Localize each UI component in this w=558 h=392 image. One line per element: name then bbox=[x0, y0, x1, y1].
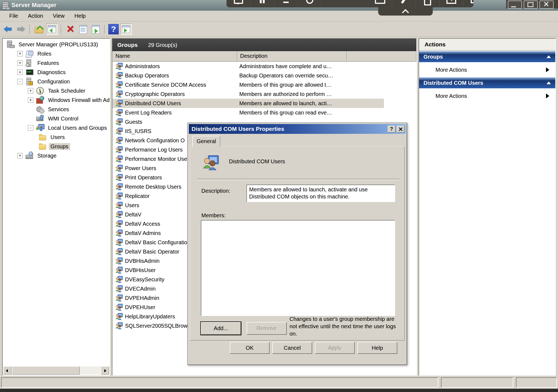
toolbar-separator[interactable] bbox=[104, 25, 105, 34]
minimize-icon[interactable] bbox=[274, 0, 298, 7]
tree-expander-icon[interactable]: - bbox=[17, 79, 23, 84]
column-header-description[interactable]: Description bbox=[237, 51, 347, 62]
collapse-section-icon[interactable] bbox=[547, 79, 551, 84]
help-button[interactable]: ? bbox=[108, 24, 119, 34]
clipboard-icon[interactable] bbox=[416, 0, 439, 7]
menu-item[interactable]: Help bbox=[70, 12, 90, 20]
help-button[interactable]: Help bbox=[357, 342, 397, 354]
group-icon bbox=[115, 294, 123, 302]
tree-item[interactable]: + Features bbox=[3, 58, 110, 68]
tree-item[interactable]: + Windows Firewall with Adva bbox=[3, 95, 110, 105]
column-header-blank[interactable] bbox=[347, 51, 416, 62]
tree-item[interactable]: WMI Control bbox=[3, 114, 110, 123]
spacer-icon[interactable] bbox=[321, 0, 368, 7]
group-row[interactable]: Cryptographic Operators Members are auth… bbox=[112, 89, 416, 99]
toolbar-separator[interactable] bbox=[61, 25, 62, 34]
cancel-button[interactable]: Cancel bbox=[272, 342, 312, 354]
group-row[interactable]: Backup Operators Backup Operators can ov… bbox=[112, 71, 416, 80]
server-manager-window: Server Manager bbox=[0, 0, 558, 392]
group-icon bbox=[115, 72, 123, 79]
group-icon bbox=[115, 248, 123, 255]
tree-item-label: WMI Control bbox=[46, 115, 80, 122]
tree-expander-icon[interactable]: + bbox=[17, 70, 23, 75]
menu-item[interactable]: View bbox=[49, 12, 69, 20]
tree-item-label: Roles bbox=[36, 50, 53, 57]
menu-item[interactable]: Action bbox=[23, 12, 47, 20]
tree-item[interactable]: - Configuration bbox=[3, 77, 110, 86]
window-icon[interactable] bbox=[368, 0, 392, 7]
apply-button[interactable]: Apply bbox=[315, 342, 355, 354]
group-icon bbox=[115, 220, 123, 228]
tree-expander-icon[interactable]: + bbox=[28, 88, 33, 94]
group-row[interactable]: Certificate Service DCOM Access Members … bbox=[112, 80, 416, 89]
tree-item[interactable]: + Storage bbox=[3, 151, 110, 160]
display-icon[interactable] bbox=[226, 0, 250, 7]
tree-item[interactable]: + Roles bbox=[3, 49, 110, 58]
dual-display-icon[interactable] bbox=[463, 0, 473, 7]
tree-expander-icon[interactable]: + bbox=[28, 97, 33, 103]
record-icon[interactable] bbox=[298, 0, 321, 7]
actions-section-groups[interactable]: Groups bbox=[419, 51, 555, 62]
tree-item[interactable]: Services bbox=[3, 105, 110, 114]
tools-icon[interactable] bbox=[392, 0, 416, 7]
pause-icon[interactable] bbox=[250, 0, 274, 7]
folder-icon bbox=[38, 133, 47, 141]
scrollbar-thumb[interactable] bbox=[12, 366, 80, 375]
tree-item[interactable]: + Task Scheduler bbox=[3, 86, 110, 95]
status-cell bbox=[1, 377, 438, 388]
tree-item-label: Server Manager (PROPLUS133) bbox=[17, 41, 100, 48]
action-pane-button[interactable] bbox=[120, 23, 132, 35]
tree-expander-icon[interactable]: + bbox=[17, 153, 23, 158]
more-actions-distributed-com-users[interactable]: More Actions bbox=[419, 88, 555, 104]
main-toolbar: × ? bbox=[0, 22, 558, 37]
back-button[interactable] bbox=[3, 24, 14, 35]
group-row[interactable]: Administrators Administrators have compl… bbox=[112, 62, 416, 71]
console-tree-button[interactable] bbox=[46, 23, 58, 35]
more-actions-groups[interactable]: More Actions bbox=[419, 62, 555, 77]
collapse-section-icon[interactable] bbox=[547, 53, 551, 58]
window-title: Server Manager bbox=[11, 2, 56, 9]
properties-button[interactable] bbox=[77, 24, 88, 35]
menu-item[interactable]: File bbox=[5, 12, 22, 20]
delete-button[interactable]: × bbox=[65, 24, 76, 35]
tree-item[interactable]: - Local Users and Groups bbox=[3, 123, 110, 132]
dialog-close-button[interactable] bbox=[397, 126, 404, 132]
remove-button[interactable]: Remove bbox=[247, 322, 287, 335]
group-row[interactable]: Event Log Readers Members of this group … bbox=[112, 108, 416, 117]
tree-item[interactable]: Users bbox=[3, 132, 110, 142]
tree-item[interactable]: Groups bbox=[3, 142, 110, 151]
forward-button[interactable] bbox=[15, 24, 26, 35]
submenu-arrow-icon bbox=[546, 94, 549, 98]
description-field[interactable]: Members are allowed to launch, activate … bbox=[246, 185, 395, 202]
tree-item[interactable]: Server Manager (PROPLUS133) bbox=[3, 40, 110, 49]
up-level-button[interactable] bbox=[34, 24, 44, 35]
group-icon bbox=[115, 146, 123, 153]
minimize-button[interactable] bbox=[508, 1, 522, 9]
export-list-button[interactable] bbox=[90, 24, 101, 35]
toolbar-separator[interactable] bbox=[29, 25, 30, 34]
toolbar-collapse-tab[interactable] bbox=[378, 7, 433, 16]
tree-expander-icon[interactable]: - bbox=[28, 125, 33, 131]
column-header-name[interactable]: Name bbox=[112, 51, 237, 62]
ok-button[interactable]: OK bbox=[230, 342, 270, 354]
tree-expander-icon[interactable]: + bbox=[17, 51, 23, 56]
configuration-icon bbox=[25, 77, 34, 86]
scroll-left-icon[interactable] bbox=[3, 366, 11, 375]
dialog-help-button[interactable]: ? bbox=[388, 126, 395, 132]
actions-section-distributed-com-users[interactable]: Distributed COM Users bbox=[419, 77, 555, 88]
services-icon bbox=[36, 105, 44, 113]
groups-pane-header: Groups 29 Group(s) bbox=[112, 39, 416, 51]
close-button[interactable] bbox=[539, 1, 554, 9]
membership-note: Changes to a user's group membership are… bbox=[290, 315, 400, 337]
tree-expander-icon[interactable]: + bbox=[17, 60, 23, 66]
tab-general[interactable]: General bbox=[192, 136, 220, 147]
maximize-button[interactable] bbox=[524, 1, 538, 9]
tree-horizontal-scrollbar[interactable] bbox=[3, 366, 109, 375]
tree-item[interactable]: + Diagnostics bbox=[3, 68, 110, 77]
present-icon[interactable] bbox=[439, 0, 463, 7]
status-bar bbox=[1, 377, 557, 388]
group-row[interactable]: Distributed COM Users Members are allowe… bbox=[112, 99, 416, 108]
scroll-right-icon[interactable] bbox=[101, 366, 109, 375]
members-listbox[interactable] bbox=[201, 220, 395, 316]
add-button[interactable]: Add... bbox=[201, 322, 241, 335]
